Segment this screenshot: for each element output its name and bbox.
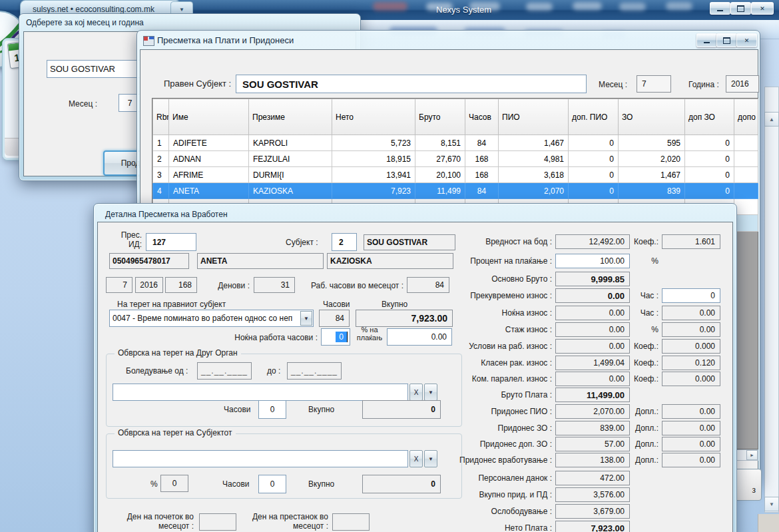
cell[interactable]: 839 — [619, 183, 685, 199]
cell[interactable]: 1 — [153, 135, 169, 151]
column-header-6[interactable]: Часов — [465, 99, 499, 135]
work-type-combobox[interactable]: 0047 - Време поминато во работен однос с… — [109, 310, 314, 327]
cell[interactable]: 18,915 — [332, 151, 415, 167]
scroll-up-button[interactable]: ▲ — [764, 112, 779, 127]
cell[interactable]: 0 — [685, 167, 734, 183]
salary-minimize-button[interactable] — [696, 33, 717, 47]
subject-field[interactable]: SOU GOSTIVAR — [236, 75, 587, 93]
cell[interactable] — [734, 135, 758, 151]
column-header-4[interactable]: Нето — [332, 99, 415, 135]
main-close-button[interactable]: ✕ — [751, 2, 774, 15]
other-organ-hours-input[interactable]: 0 — [258, 400, 286, 419]
cell[interactable] — [734, 167, 758, 183]
night-work-input[interactable]: 0 — [321, 328, 350, 346]
cell[interactable]: 0 — [685, 183, 734, 199]
cell[interactable]: 1,467 — [499, 135, 569, 151]
calc-label: Нето Плата : — [397, 523, 552, 532]
start-day-field[interactable] — [199, 513, 236, 531]
cell[interactable]: KAZIOSKA — [249, 183, 332, 199]
cell[interactable]: 595 — [619, 135, 685, 151]
cell[interactable]: 168 — [465, 167, 499, 183]
cell[interactable]: 0 — [569, 167, 619, 183]
main-maximize-button[interactable] — [730, 2, 751, 15]
blur-artifact — [426, 3, 453, 11]
cell[interactable]: 3,618 — [499, 167, 569, 183]
cell[interactable]: 1,467 — [619, 167, 685, 183]
calc-subvalue-field[interactable]: 0 — [662, 288, 720, 303]
column-header-1[interactable]: Rbr — [153, 99, 169, 135]
column-header-5[interactable]: Бруто — [415, 99, 465, 135]
cell[interactable]: 0 — [685, 151, 734, 167]
cell[interactable]: 13,941 — [332, 167, 415, 183]
calc-value-field: 3,679.00 — [555, 504, 630, 519]
calc-sublabel: Коеф.: — [627, 342, 658, 351]
cell[interactable]: 0 — [569, 183, 619, 199]
cell[interactable]: AFRIME — [169, 167, 249, 183]
table-row-2[interactable]: 2ADNANFEJZULAI18,91527,6701684,98102,020… — [153, 151, 758, 167]
subject-burden-combobox[interactable] — [113, 450, 408, 467]
cell[interactable] — [734, 183, 758, 199]
main-minimize-button[interactable] — [710, 2, 730, 15]
cell[interactable]: 3 — [153, 167, 169, 183]
sick-from-field[interactable]: __.__.____ — [197, 362, 252, 380]
chevron-down-icon: ▼ — [179, 7, 184, 13]
cell[interactable]: 27,670 — [415, 151, 465, 167]
table-row-4[interactable]: 4ANETAKAZIOSKA7,92311,499842,07008390 — [153, 183, 758, 199]
cell[interactable]: 8,151 — [415, 135, 465, 151]
cell[interactable]: 11,499 — [415, 183, 465, 199]
cell[interactable]: KAPROLI — [249, 135, 332, 151]
cell[interactable]: 2,020 — [619, 151, 685, 167]
partial-button-text: з — [752, 485, 756, 495]
column-header-11[interactable]: допо — [734, 99, 758, 135]
cell[interactable]: 20,100 — [415, 167, 465, 183]
cell[interactable]: FEJZULAI — [249, 151, 332, 167]
blur-artifact — [526, 3, 553, 11]
end-day-label: Ден на престанок вомесецот : — [248, 512, 328, 531]
salary-close-button[interactable]: ✕ — [736, 33, 757, 47]
column-header-10[interactable]: доп ЗО — [685, 99, 734, 135]
year-field: 2016 — [135, 277, 163, 293]
work-type-dropdown-button[interactable]: ▼ — [300, 311, 312, 326]
cell[interactable]: 2 — [153, 151, 169, 167]
column-header-2[interactable]: Име — [169, 99, 249, 135]
cell[interactable]: 84 — [465, 135, 499, 151]
other-organ-combobox[interactable] — [113, 384, 408, 401]
table-row-3[interactable]: 3AFRIMEDURMI{I13,94120,1001683,61801,467… — [153, 167, 758, 183]
subject-burden-hours-input[interactable]: 0 — [258, 475, 286, 493]
salary-maximize-button[interactable] — [716, 33, 737, 47]
cell[interactable]: ADNAN — [169, 151, 249, 167]
column-header-9[interactable]: ЗО — [619, 99, 685, 135]
calc-label: Придонес ПИО : — [397, 407, 552, 416]
cell[interactable]: 4,981 — [499, 151, 569, 167]
cell[interactable] — [734, 151, 758, 167]
sick-to-field[interactable]: __.__.____ — [287, 362, 342, 380]
table-row-1[interactable]: 1ADIFETEKAPROLI5,7238,151841,46705950 — [153, 135, 758, 151]
cell[interactable]: 7,923 — [332, 183, 415, 199]
cell[interactable]: ANETA — [169, 183, 249, 199]
calc-value-field: 0.00 — [555, 288, 630, 303]
cell[interactable]: 2,070 — [499, 183, 569, 199]
column-header-8[interactable]: доп. ПИО — [569, 99, 619, 135]
cell[interactable]: ADIFETE — [169, 135, 249, 151]
main-vertical-scrollbar[interactable] — [764, 87, 779, 513]
dialog-subject-field[interactable]: SOU GOSTIVAR — [47, 60, 146, 78]
first-name-field: ANETA — [197, 253, 324, 269]
cell[interactable]: 168 — [465, 151, 499, 167]
column-header-3[interactable]: Презиме — [249, 99, 332, 135]
cell[interactable]: 4 — [153, 183, 169, 199]
scroll-down-button[interactable]: ▼ — [764, 497, 779, 511]
cell[interactable] — [734, 199, 758, 215]
cell[interactable]: 84 — [465, 183, 499, 199]
cell[interactable]: 0 — [685, 135, 734, 151]
cell[interactable]: 0 — [569, 135, 619, 151]
calc-subvalue-field: 0.000 — [662, 339, 720, 354]
scroll-right-button[interactable]: ► — [746, 450, 758, 460]
calc-value-field[interactable]: 100.00 — [555, 254, 630, 268]
cell[interactable]: 5,723 — [332, 135, 415, 151]
column-header-7[interactable]: ПИО — [499, 99, 569, 135]
detail-window-content: Прес.ИД: 127 Субјект : 2 SOU GOSTIVAR 05… — [94, 204, 736, 532]
cell[interactable]: DURMI{I — [249, 167, 332, 183]
end-day-field[interactable] — [332, 513, 370, 531]
calc-label: Ком. паралел. износ : — [397, 374, 552, 384]
cell[interactable]: 0 — [569, 151, 619, 167]
